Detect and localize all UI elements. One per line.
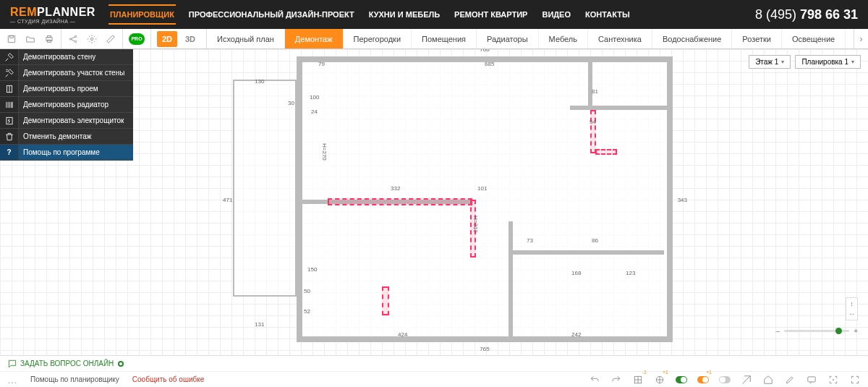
dim-52: 52 (304, 308, 310, 315)
layer-toggle-2[interactable]: +1 (697, 374, 709, 386)
fit-controls: ↕ ↔ (846, 297, 858, 320)
floor-selector[interactable]: Этаж 1 (749, 55, 791, 69)
grid-toggle-icon[interactable]: -1 (632, 374, 644, 386)
redo-icon[interactable] (610, 374, 622, 386)
share-icon[interactable] (67, 33, 79, 45)
tool-help[interactable]: ? Помощь по программе (0, 145, 133, 161)
dim-bottom-right: 242 (571, 331, 581, 338)
dim-left-top: 130 (255, 78, 264, 85)
svg-point-7 (75, 41, 76, 42)
dim-50: 50 (304, 288, 310, 294)
nav-kitchens[interactable]: КУХНИ И МЕБЕЛЬ (369, 1, 440, 27)
tabs-scroll-right[interactable]: › (854, 29, 868, 48)
phone-number[interactable]: 8 (495) 798 66 31 (755, 7, 858, 22)
dim-top-right: 685 (485, 61, 494, 67)
demolish-wall-3[interactable] (382, 286, 389, 315)
footer: ЗАДАТЬ ВОПРОС ОНЛАЙН … Помощь по планиро… (0, 355, 868, 387)
zoom-out[interactable]: – (776, 327, 780, 335)
zoom-slider[interactable] (784, 330, 849, 332)
dim-54: 54 (590, 119, 596, 125)
tab-plumbing[interactable]: Сантехника (588, 29, 652, 48)
print-icon[interactable] (43, 33, 55, 45)
layer-toggle-3[interactable] (719, 374, 731, 386)
dim-h210: H=210 (472, 216, 479, 233)
tool-demolish-wall[interactable]: Демонтировать стену (0, 49, 133, 65)
tab-original-plan[interactable]: Исходный план (207, 29, 285, 48)
help-link[interactable]: Помощь по планировщику (30, 375, 119, 383)
layer-toggle-1[interactable] (676, 374, 687, 386)
dimensions-icon[interactable] (741, 374, 752, 386)
tab-radiators[interactable]: Радиаторы (477, 29, 539, 48)
demolish-wall-5[interactable] (595, 149, 617, 155)
save-icon[interactable] (6, 33, 17, 45)
main-nav: ПЛАНИРОВЩИК ПРОФЕССИОНАЛЬНЫЙ ДИЗАЙН-ПРОЕ… (110, 1, 630, 27)
fit-width-icon[interactable]: ↔ (848, 310, 855, 318)
fit-up-icon[interactable]: ↕ (848, 300, 855, 307)
tool-demolish-opening[interactable]: Демонтировать проем (0, 81, 133, 97)
tab-demolition[interactable]: Демонтаж (285, 29, 344, 48)
view-selectors: Этаж 1 Планировка 1 (749, 55, 861, 69)
interior-wall-3 (509, 250, 664, 255)
logo[interactable]: REMPLANNER — СТУДИЯ ДИЗАЙНА — (10, 6, 95, 24)
open-icon[interactable] (25, 33, 36, 45)
tab-furniture[interactable]: Мебель (539, 29, 588, 48)
svg-point-8 (90, 38, 93, 41)
tab-lighting[interactable]: Освещение (782, 29, 846, 48)
hammer-section-icon (0, 65, 19, 80)
online-chat-label: ЗАДАТЬ ВОПРОС ОНЛАЙН (20, 360, 114, 367)
nav-design-project[interactable]: ПРОФЕССИОНАЛЬНЫЙ ДИЗАЙН-ПРОЕКТ (189, 1, 354, 27)
measurement-icon[interactable] (105, 33, 116, 45)
view-2d-button[interactable]: 2D (157, 31, 177, 47)
logo-subtitle: — СТУДИЯ ДИЗАЙНА — (10, 19, 95, 24)
question-icon: ? (0, 145, 19, 160)
view-3d-button[interactable]: 3D (180, 31, 200, 47)
tab-switches[interactable]: Выключатели (846, 29, 854, 48)
menu-dots-icon[interactable]: … (7, 374, 17, 386)
electrical-panel-icon (0, 113, 19, 128)
layout-selector[interactable]: Планировка 1 (795, 55, 861, 69)
plan-tabs: Исходный план Демонтаж Перегородки Помещ… (207, 29, 854, 48)
tool-demolish-radiator[interactable]: Демонтировать радиатор (0, 97, 133, 113)
nav-video[interactable]: ВИДЕО (542, 1, 571, 27)
radiator-icon (0, 97, 19, 112)
tab-rooms[interactable]: Помещения (412, 29, 477, 48)
svg-rect-4 (48, 40, 51, 43)
nav-planner[interactable]: ПЛАНИРОВЩИК (110, 1, 174, 27)
dim-24: 24 (311, 109, 318, 115)
dim-168: 168 (571, 270, 581, 276)
dim-101: 101 (477, 185, 487, 192)
tool-demolish-wall-section[interactable]: Демонтировать участок стены (0, 65, 133, 81)
plan-outline (297, 56, 673, 342)
home-icon[interactable] (762, 374, 774, 386)
undo-icon[interactable] (589, 374, 600, 386)
online-chat-row[interactable]: ЗАДАТЬ ВОПРОС ОНЛАЙН (0, 355, 868, 371)
floor-plan[interactable]: 760 79 685 471 130 131 765 424 242 343 3… (297, 56, 673, 342)
tab-partitions[interactable]: Перегородки (344, 29, 412, 48)
tool-undo-demolition[interactable]: Отменить демонтаж (0, 129, 133, 145)
tab-sockets[interactable]: Розетки (732, 29, 782, 48)
demolish-wall-4[interactable] (590, 110, 596, 153)
settings-icon[interactable] (86, 33, 98, 45)
svg-rect-1 (10, 35, 14, 38)
nav-repair[interactable]: РЕМОНТ КВАРТИР (454, 1, 527, 27)
canvas-workspace[interactable]: Демонтировать стену Демонтировать участо… (0, 49, 868, 355)
dim-inner-wall: 332 (391, 185, 400, 192)
pro-badge[interactable]: PRO (129, 33, 145, 45)
focus-icon[interactable] (827, 374, 839, 386)
chat-icon[interactable] (806, 374, 817, 386)
report-error-link[interactable]: Сообщить об ошибке (132, 375, 204, 383)
dim-left-bottom: 131 (255, 321, 264, 328)
bottom-tools: -1 +1 +1 (589, 374, 861, 386)
tool-demolish-electrical[interactable]: Демонтировать электрощиток (0, 113, 133, 129)
nav-contacts[interactable]: КОНТАКТЫ (585, 1, 630, 27)
tab-water-supply[interactable]: Водоснабжение (652, 29, 732, 48)
snap-toggle-icon[interactable]: +1 (654, 374, 665, 386)
svg-point-14 (833, 379, 833, 380)
dim-81: 81 (592, 88, 598, 95)
dim-123: 123 (626, 270, 635, 276)
zoom-in[interactable]: + (854, 327, 858, 335)
fullscreen-icon[interactable] (849, 374, 861, 386)
interior-wall-5 (588, 62, 592, 106)
demolish-wall-1[interactable] (328, 198, 472, 205)
pen-icon[interactable] (784, 374, 796, 386)
